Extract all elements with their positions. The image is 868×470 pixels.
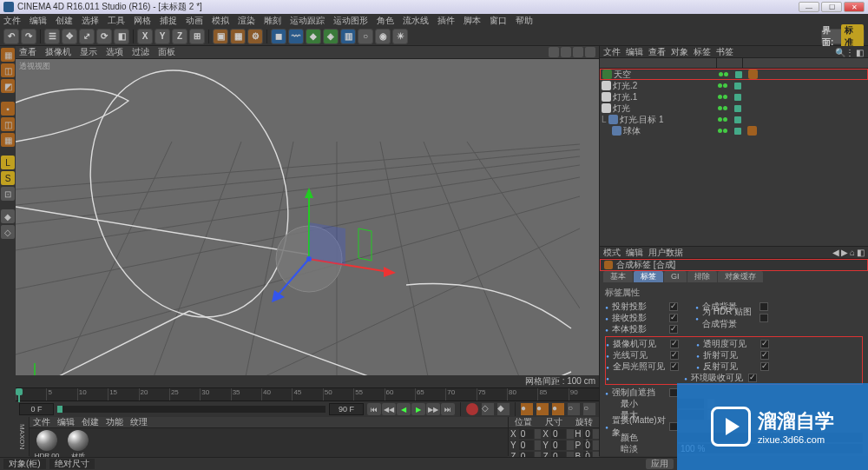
object-tag-icon[interactable] — [747, 126, 757, 136]
autokey-icon[interactable]: ◇ — [482, 403, 494, 415]
attr-menu-item[interactable]: 编辑 — [626, 247, 643, 259]
menu-item[interactable]: 工具 — [108, 15, 125, 27]
coord-field[interactable]: 0 cm — [551, 429, 566, 439]
om-icon[interactable]: ⋮ — [845, 48, 854, 56]
attr-menu-item[interactable]: 模式 — [603, 247, 621, 259]
texture-mode-icon[interactable]: ◫ — [1, 63, 15, 77]
visibility-icon[interactable] — [734, 94, 741, 101]
attr-nav-icon[interactable]: ◀ — [832, 248, 839, 257]
generator-icon[interactable]: ◆ — [306, 29, 321, 44]
frame-end-field[interactable]: 90 F — [329, 403, 364, 415]
menu-item[interactable]: 运动跟踪 — [290, 15, 325, 27]
vp-nav-icon[interactable] — [549, 47, 559, 57]
menu-item[interactable]: 渲染 — [238, 15, 255, 27]
menu-item[interactable]: 雕刻 — [264, 15, 281, 27]
playhead-icon[interactable] — [18, 388, 20, 402]
perspective-viewport[interactable]: 透视视图 — [16, 59, 599, 375]
point-mode-icon[interactable]: ▪ — [1, 102, 15, 116]
visibility-icon[interactable] — [734, 128, 741, 135]
checkbox[interactable] — [760, 362, 769, 371]
scale-tool-icon[interactable]: ⤢ — [79, 29, 95, 44]
vp-menu-item[interactable]: 摄像机 — [45, 46, 71, 58]
lock-z-button[interactable]: Z — [172, 29, 187, 44]
key-pos-icon[interactable]: ● — [521, 403, 533, 415]
attr-tab[interactable]: 对象缓存 — [718, 271, 763, 282]
object-tag-icon[interactable] — [748, 70, 758, 79]
checkbox[interactable] — [670, 362, 679, 371]
vp-menu-item[interactable]: 面板 — [158, 46, 175, 58]
deformer-icon[interactable]: ▥ — [340, 29, 356, 44]
om-menu-item[interactable]: 对象 — [671, 46, 688, 58]
menu-item[interactable]: 模拟 — [212, 15, 229, 27]
key-pla-icon[interactable]: ○ — [583, 403, 595, 415]
coord-field[interactable]: 0 cm — [519, 440, 534, 450]
generator2-icon[interactable]: ◈ — [323, 29, 339, 44]
vp-toggle-icon[interactable] — [585, 47, 595, 57]
record-icon[interactable] — [466, 403, 478, 415]
layout-button[interactable]: 界面: 标准 — [821, 29, 865, 44]
vp-nav-icon[interactable] — [573, 47, 583, 57]
workplane-icon[interactable]: ◩ — [1, 79, 15, 93]
lock-x-button[interactable]: X — [137, 29, 153, 44]
render-view-icon[interactable]: ▣ — [213, 29, 228, 44]
cube-primitive-icon[interactable]: ◼ — [271, 29, 286, 44]
undo-button[interactable]: ↶ — [3, 29, 19, 44]
minimize-button[interactable]: — — [799, 2, 819, 12]
menu-item[interactable]: 网格 — [134, 15, 151, 27]
menu-item[interactable]: 插件 — [437, 15, 455, 27]
attr-menu-icon[interactable]: ◧ — [857, 248, 865, 257]
om-menu-item[interactable]: 编辑 — [626, 46, 643, 58]
key-rot-icon[interactable]: ● — [552, 403, 564, 415]
edge-mode-icon[interactable]: ◫ — [1, 117, 15, 131]
key-scale-icon[interactable]: ● — [536, 403, 549, 415]
play-icon[interactable]: ▶ — [411, 403, 425, 415]
snap-mode-icon[interactable]: S — [1, 171, 15, 185]
attr-home-icon[interactable]: ⌂ — [850, 248, 855, 257]
menu-item[interactable]: 脚本 — [464, 15, 481, 27]
tweak-icon[interactable]: ◆ — [1, 209, 15, 223]
om-menu-item[interactable]: 书签 — [716, 46, 733, 58]
attr-tab[interactable]: 基本 — [603, 271, 633, 282]
visibility-icon[interactable] — [735, 71, 742, 78]
rotate-tool-icon[interactable]: ⟳ — [96, 29, 112, 44]
vp-menu-item[interactable]: 查看 — [19, 46, 36, 58]
coord-field[interactable]: 0 ° — [583, 429, 592, 439]
checkbox[interactable] — [760, 351, 769, 360]
menu-item[interactable]: 流水线 — [403, 15, 429, 27]
checkbox[interactable] — [670, 351, 679, 360]
menu-item[interactable]: 捕捉 — [160, 15, 177, 27]
visibility-icon[interactable] — [734, 116, 741, 123]
status-mode-dropdown[interactable]: 对象(柜) — [3, 459, 46, 469]
move-tool-icon[interactable]: ✥ — [62, 29, 77, 44]
light-icon[interactable]: ☀ — [392, 29, 408, 44]
model-mode-icon[interactable]: ▦ — [1, 48, 15, 62]
axis-mode-icon[interactable]: L — [1, 156, 15, 169]
vp-menu-item[interactable]: 过滤 — [132, 46, 149, 58]
checkbox[interactable] — [760, 340, 769, 348]
close-button[interactable]: ✕ — [844, 2, 865, 12]
checkbox[interactable] — [669, 325, 678, 334]
checkbox[interactable] — [669, 314, 678, 322]
object-row[interactable]: 灯光 — [600, 103, 868, 114]
goto-end-icon[interactable]: ⏭ — [441, 403, 455, 415]
coord-field[interactable]: 0 ° — [583, 440, 592, 450]
object-row[interactable]: 天空 — [600, 69, 868, 80]
object-row[interactable]: L灯光.目标 1 — [600, 114, 868, 125]
visibility-icon[interactable] — [734, 83, 741, 89]
workplane2-icon[interactable]: ⊡ — [1, 187, 15, 201]
om-icon[interactable]: ◧ — [856, 48, 865, 56]
render-pv-icon[interactable]: ▦ — [230, 29, 246, 44]
recent-tool-icon[interactable]: ◧ — [114, 29, 129, 44]
checkbox[interactable] — [760, 314, 768, 322]
goto-start-icon[interactable]: ⏮ — [367, 403, 381, 415]
coord-field[interactable]: 0 cm — [551, 440, 566, 450]
vp-menu-item[interactable]: 选项 — [106, 46, 123, 58]
checkbox[interactable] — [748, 374, 757, 382]
play-back-icon[interactable]: ◀ — [397, 403, 411, 415]
menu-item[interactable]: 窗口 — [490, 15, 507, 27]
key-icon[interactable]: ◆ — [497, 403, 510, 415]
live-select-icon[interactable]: ☰ — [44, 29, 60, 44]
om-icon[interactable]: 🔍 — [835, 48, 844, 56]
menu-item[interactable]: 文件 — [3, 15, 21, 27]
checkbox[interactable] — [670, 340, 679, 348]
